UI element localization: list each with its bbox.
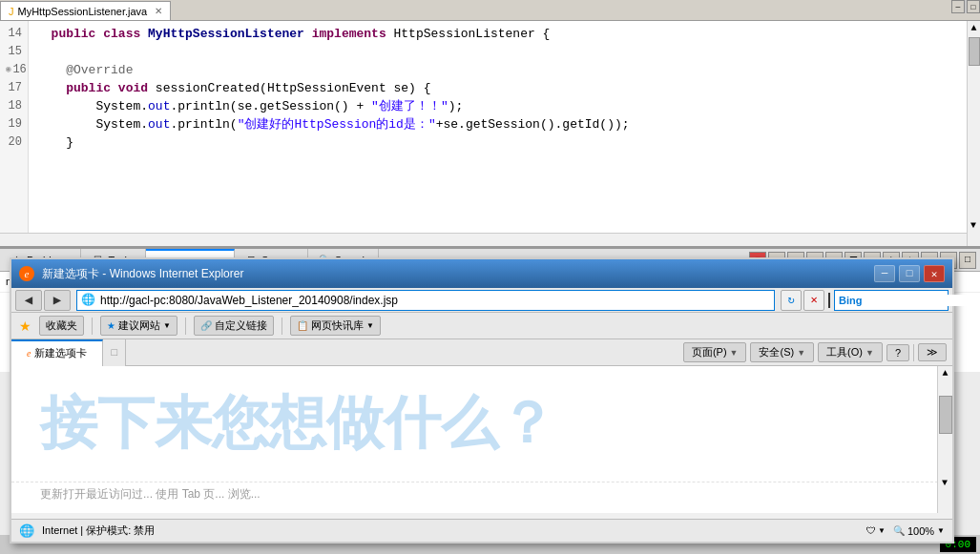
ie-url-text: http://gacl-pc:8080/JavaWeb_Listener_201… (100, 294, 770, 307)
code-content[interactable]: public class MyHttpSessionListener imple… (29, 21, 980, 246)
line-num-16: ◉16 (6, 61, 22, 79)
code-line-20: } (36, 133, 972, 152)
ie-statusbar: 🌐 Internet | 保护模式: 禁用 🛡 ▼ 🔍 100% ▼ (11, 519, 952, 542)
tab-close-icon[interactable]: ✕ (155, 6, 162, 16)
editor-scrollbar-v[interactable]: ▲ ▼ (967, 21, 980, 246)
ie-maximize-btn[interactable]: □ (899, 265, 920, 282)
ie-favbar-main-btn[interactable]: 收藏夹 (39, 316, 84, 336)
ie-stop-btn[interactable]: ✕ (803, 290, 824, 311)
ie-title: 新建选项卡 - Windows Internet Explorer (42, 266, 866, 282)
line-num-20: 20 (6, 133, 22, 152)
editor-tab-bar: J MyHttpSessionListener.java ✕ ─ □ (0, 0, 980, 21)
ie-back-btn[interactable]: ◀ (15, 290, 42, 311)
line-num-17: 17 (6, 79, 22, 97)
ie-address-icon: 🌐 (81, 293, 96, 308)
line-num-15: 15 (6, 43, 22, 61)
ie-quicktab-dropdown: ▼ (366, 321, 374, 330)
ie-favbar-sep3 (281, 318, 282, 335)
ie-subtext: 更新打开最近访问过... 使用 Tab 页... 浏览... (11, 482, 952, 506)
ie-suggest-label: 建议网站 (118, 318, 160, 333)
ie-zoom-icon: 🔍 (893, 525, 905, 536)
ie-tools-label: 工具(O) (826, 345, 863, 359)
ie-window: e 新建选项卡 - Windows Internet Explorer ─ □ … (10, 257, 954, 544)
ie-status-right: 🛡 ▼ 🔍 100% ▼ (866, 525, 945, 537)
ie-favbar-sep2 (185, 318, 186, 335)
cursor-indicator (828, 293, 830, 308)
java-file-icon: J (9, 6, 14, 17)
ie-new-tab-btn[interactable]: □ (103, 339, 126, 366)
line-numbers: 14 15 ◉16 17 18 19 20 (0, 21, 29, 246)
ie-logo-icon: e (19, 266, 34, 281)
ie-favbar: ★ 收藏夹 ★ 建议网站 ▼ 🔗 自定义链接 📋 网页快讯库 ▼ (11, 313, 952, 339)
ie-security-btn[interactable]: 安全(S) ▼ (750, 342, 814, 362)
editor-scrollbar-h[interactable] (0, 233, 967, 246)
ie-suggest-dropdown: ▼ (163, 321, 171, 330)
ie-search-box[interactable]: Bing 🔍 (834, 290, 949, 311)
ie-security-dropdown: ▼ (797, 348, 805, 358)
code-line-14: public class MyHttpSessionListener imple… (36, 25, 972, 43)
ie-address-bar[interactable]: 🌐 http://gacl-pc:8080/JavaWeb_Listener_2… (76, 290, 775, 311)
ie-suggest-icon: ★ (107, 320, 115, 331)
ie-extra-btn[interactable]: ≫ (918, 343, 947, 361)
ie-zoom-control[interactable]: 🔍 100% ▼ (893, 525, 945, 537)
ie-favbar-sep1 (92, 318, 93, 335)
ie-tools-btn[interactable]: 工具(O) ▼ (818, 342, 883, 362)
code-line-18: System.out.println(se.getSession() + "创建… (36, 97, 972, 115)
ie-window-controls: ─ □ ✕ (874, 265, 945, 282)
ie-navbar: ◀ ▶ 🌐 http://gacl-pc:8080/JavaWeb_Listen… (11, 288, 952, 313)
ie-content-scrollbar[interactable]: ▲ ▼ (937, 366, 952, 513)
ie-favbar-label: 收藏夹 (46, 318, 77, 333)
eclipse-ide: J MyHttpSessionListener.java ✕ ─ □ 14 15… (0, 0, 980, 248)
ie-content: 接下来您想做什么？ 更新打开最近访问过... 使用 Tab 页... 浏览...… (11, 366, 952, 513)
code-line-17: public void sessionCreated(HttpSessionEv… (36, 79, 972, 97)
ie-quicktab-btn[interactable]: 📋 网页快讯库 ▼ (290, 316, 381, 336)
ie-scroll-down[interactable]: ▼ (937, 476, 952, 490)
ie-status-protect-btn[interactable]: 🛡 ▼ (866, 525, 886, 536)
ie-quicktab-label: 网页快讯库 (311, 318, 364, 333)
scroll-down-btn[interactable]: ▼ (967, 218, 980, 233)
ie-minimize-btn[interactable]: ─ (874, 265, 895, 282)
ie-main-text: 接下来您想做什么？ (11, 366, 952, 482)
ie-tab-icon: e (27, 348, 31, 359)
code-line-15 (36, 43, 972, 61)
ie-help-btn[interactable]: ? (886, 344, 909, 361)
ie-forward-btn[interactable]: ▶ (44, 290, 71, 311)
ie-status-text: Internet | 保护模式: 禁用 (42, 523, 155, 538)
ie-tab-toolbar: 页面(P) ▼ 安全(S) ▼ 工具(O) ▼ ? ≫ (683, 342, 952, 362)
console-maximize[interactable]: □ (959, 252, 976, 269)
ie-close-btn[interactable]: ✕ (924, 265, 945, 282)
ie-zoom-dropdown: ▼ (937, 526, 945, 535)
ie-quicktab-icon: 📋 (297, 320, 308, 331)
ie-scroll-thumb[interactable] (939, 396, 952, 434)
ie-titlebar: e 新建选项卡 - Windows Internet Explorer ─ □ … (11, 259, 952, 288)
eclipse-maximize-btn[interactable]: □ (967, 0, 980, 13)
eclipse-window-controls: ─ □ (951, 0, 980, 13)
code-line-19: System.out.println("创建好的HttpSession的id是：… (36, 115, 972, 133)
ie-page-dropdown: ▼ (730, 348, 739, 358)
code-editor: 14 15 ◉16 17 18 19 20 public class MyHtt… (0, 21, 980, 246)
ie-scroll-up[interactable]: ▲ (938, 366, 952, 380)
ie-page-label: 页面(P) (692, 345, 727, 359)
ie-status-internet-icon: 🌐 (19, 523, 34, 538)
ie-security-label: 安全(S) (759, 345, 794, 359)
ie-tab-label: 新建选项卡 (34, 346, 87, 360)
ie-favorites-star[interactable]: ★ (19, 318, 31, 334)
ie-refresh-btn[interactable]: ↻ (781, 290, 802, 311)
ie-custom-label: 自定义链接 (215, 318, 267, 333)
line-num-19: 19 (6, 115, 22, 133)
ie-custom-btn[interactable]: 🔗 自定义链接 (194, 316, 274, 336)
ie-search-input[interactable] (865, 295, 980, 306)
ie-zoom-level: 100% (907, 525, 934, 537)
scroll-up-btn[interactable]: ▲ (968, 21, 980, 35)
editor-tab[interactable]: J MyHttpSessionListener.java ✕ (0, 1, 171, 20)
ie-page-btn[interactable]: 页面(P) ▼ (683, 342, 747, 362)
scroll-thumb[interactable] (969, 37, 980, 66)
ie-new-tab-icon: □ (111, 347, 117, 359)
code-line-16: @Override (36, 61, 972, 79)
ie-tabbar: e 新建选项卡 □ 页面(P) ▼ 安全(S) ▼ 工具(O) ▼ ? (11, 339, 952, 366)
ie-extra-icon: ≫ (927, 346, 938, 359)
eclipse-minimize-btn[interactable]: ─ (951, 0, 965, 13)
ie-help-label: ? (895, 347, 901, 359)
ie-suggest-btn[interactable]: ★ 建议网站 ▼ (100, 316, 177, 336)
ie-tab-newtab[interactable]: e 新建选项卡 (11, 339, 103, 366)
